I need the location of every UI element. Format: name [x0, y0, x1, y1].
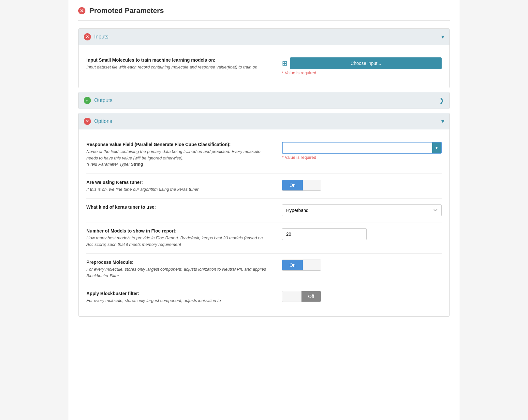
keras-tuner-toggle[interactable]: On	[282, 180, 321, 191]
num-models-control	[282, 228, 442, 240]
inputs-status-icon: ✕	[84, 33, 91, 40]
response-value-dropdown-btn[interactable]: ▾	[432, 142, 441, 153]
page-close-icon[interactable]: ✕	[78, 7, 85, 14]
preprocess-molecule-row: Preprocess Molecule: For every molecule,…	[86, 254, 442, 285]
options-status-icon: ✕	[84, 118, 91, 125]
inputs-section-header[interactable]: ✕ Inputs ▾	[79, 29, 449, 45]
input-small-molecules-label-col: Input Small Molecules to train machine l…	[86, 57, 269, 70]
input-required-error: * Value is required	[282, 70, 316, 75]
table-icon: ⊞	[282, 59, 287, 67]
apply-blockbuster-label: Apply Blockbuster filter:	[86, 291, 269, 296]
outputs-status-icon: ✓	[84, 97, 91, 104]
num-models-description: How many best models to provide in Floe …	[86, 235, 269, 248]
preprocess-molecule-label: Preprocess Molecule:	[86, 260, 269, 265]
outputs-header-left: ✓ Outputs	[84, 97, 112, 104]
num-models-input[interactable]	[282, 228, 367, 240]
inputs-section-title: Inputs	[94, 34, 109, 40]
response-value-input-group: ▾	[282, 142, 442, 154]
keras-tuner-toggle-off[interactable]	[303, 180, 321, 190]
input-small-molecules-description: Input dataset file with each record cont…	[86, 64, 269, 70]
response-value-input[interactable]	[283, 142, 432, 153]
options-section-header[interactable]: ✕ Options ▾	[79, 113, 449, 129]
keras-tuner-toggle-on[interactable]: On	[282, 180, 303, 190]
page-title: Promoted Parameters	[89, 7, 164, 15]
response-value-label: Response Value Field (Parallel Generate …	[86, 142, 269, 147]
keras-tuner-type-label-col: What kind of keras tuner to use:	[86, 204, 269, 211]
input-small-molecules-label: Input Small Molecules to train machine l…	[86, 57, 269, 63]
choose-input-container: ⊞ Choose input...	[282, 57, 442, 69]
apply-blockbuster-toggle-off[interactable]: Off	[301, 291, 321, 302]
preprocess-molecule-toggle-off[interactable]	[303, 260, 321, 270]
keras-tuner-label: Are we using Keras tuner:	[86, 180, 269, 185]
keras-tuner-type-control: Hyperband Random Bayesian	[282, 204, 442, 216]
keras-tuner-row: Are we using Keras tuner: If this is on,…	[86, 174, 442, 199]
input-small-molecules-row: Input Small Molecules to train machine l…	[86, 52, 442, 81]
inputs-section: ✕ Inputs ▾ Input Small Molecules to trai…	[78, 28, 450, 88]
response-value-error: * Value is required	[282, 155, 316, 160]
keras-tuner-type-select[interactable]: Hyperband Random Bayesian	[282, 204, 442, 216]
inputs-chevron-icon: ▾	[441, 33, 444, 40]
outputs-chevron-icon: ❯	[439, 97, 444, 104]
preprocess-molecule-label-col: Preprocess Molecule: For every molecule,…	[86, 260, 269, 279]
keras-tuner-type-label: What kind of keras tuner to use:	[86, 204, 269, 210]
keras-tuner-label-col: Are we using Keras tuner: If this is on,…	[86, 180, 269, 193]
preprocess-molecule-description: For every molecule, stores only largest …	[86, 266, 269, 279]
outputs-section-title: Outputs	[94, 98, 112, 103]
page-header: ✕ Promoted Parameters	[78, 7, 450, 21]
apply-blockbuster-toggle[interactable]: Off	[282, 291, 321, 302]
outputs-section-header[interactable]: ✓ Outputs ❯	[79, 92, 449, 109]
num-models-row: Number of Models to show in Floe report:…	[86, 222, 442, 254]
options-header-left: ✕ Options	[84, 118, 112, 125]
apply-blockbuster-row: Apply Blockbuster filter: For every mole…	[86, 285, 442, 310]
response-value-control: ▾ * Value is required	[282, 142, 442, 160]
page-container: ✕ Promoted Parameters ✕ Inputs ▾ Input S…	[68, 0, 460, 420]
preprocess-molecule-control: On	[282, 260, 442, 271]
response-value-description: Name of the field containing the primary…	[86, 148, 269, 161]
keras-tuner-description: If this is on, we fine tune our algorith…	[86, 186, 269, 193]
response-value-field-row: Response Value Field (Parallel Generate …	[86, 136, 442, 174]
inputs-section-body: Input Small Molecules to train machine l…	[79, 45, 449, 88]
response-value-label-col: Response Value Field (Parallel Generate …	[86, 142, 269, 168]
choose-input-button[interactable]: Choose input...	[290, 57, 442, 69]
num-models-label: Number of Models to show in Floe report:	[86, 228, 269, 233]
options-section-title: Options	[94, 118, 112, 124]
apply-blockbuster-toggle-on[interactable]	[282, 291, 301, 302]
outputs-section: ✓ Outputs ❯	[78, 92, 450, 109]
input-small-molecules-control: ⊞ Choose input... * Value is required	[282, 57, 442, 75]
preprocess-molecule-toggle[interactable]: On	[282, 260, 321, 271]
apply-blockbuster-control: Off	[282, 291, 442, 302]
keras-tuner-control: On	[282, 180, 442, 191]
num-models-label-col: Number of Models to show in Floe report:…	[86, 228, 269, 248]
options-section-body: Response Value Field (Parallel Generate …	[79, 129, 449, 316]
apply-blockbuster-label-col: Apply Blockbuster filter: For every mole…	[86, 291, 269, 304]
keras-tuner-type-row: What kind of keras tuner to use: Hyperba…	[86, 199, 442, 222]
options-chevron-icon: ▾	[441, 118, 444, 125]
response-value-param-type: *Field Parameter Type: String	[86, 161, 269, 168]
options-section: ✕ Options ▾ Response Value Field (Parall…	[78, 113, 450, 317]
preprocess-molecule-toggle-on[interactable]: On	[282, 260, 303, 270]
inputs-header-left: ✕ Inputs	[84, 33, 109, 40]
apply-blockbuster-description: For every molecule, stores only largest …	[86, 297, 269, 304]
